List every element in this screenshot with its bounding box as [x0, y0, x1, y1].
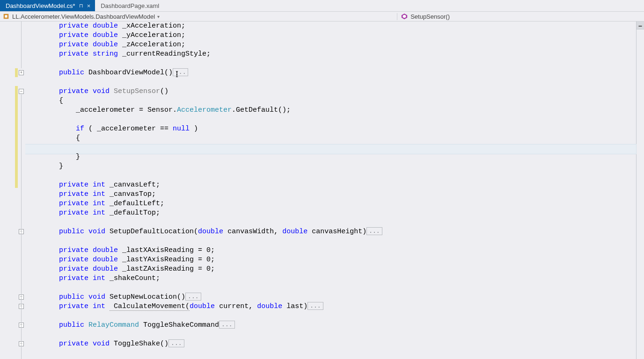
- t: {: [59, 97, 63, 105]
- t: .GetDefault();: [232, 106, 291, 114]
- outline-guide: [21, 164, 22, 359]
- nav-class-dropdown[interactable]: LL.Accelerometer.ViewModels.DashboardVie…: [3, 13, 397, 20]
- collapsed-region[interactable]: ...: [219, 321, 234, 329]
- pin-icon[interactable]: ⊓: [79, 3, 83, 9]
- t: private: [59, 209, 88, 217]
- t: void: [88, 228, 105, 236]
- svg-rect-1: [5, 15, 7, 17]
- t: double: [93, 246, 118, 254]
- t: int: [93, 181, 105, 189]
- t: ToggleShake(): [110, 340, 168, 348]
- t: private: [59, 87, 88, 95]
- t: private: [59, 190, 88, 198]
- t: private: [59, 302, 88, 310]
- class-icon: [3, 13, 9, 20]
- code-text[interactable]: private double _xAcceleration; private d…: [25, 22, 636, 359]
- editor-nav-bar: LL.Accelerometer.ViewModels.DashboardVie…: [0, 11, 644, 22]
- outline-guide: [21, 22, 22, 68]
- t: _lastXAxisReading = 0;: [118, 246, 215, 254]
- nav-class-label: LL.Accelerometer.ViewModels.DashboardVie…: [12, 13, 155, 20]
- t: private: [59, 181, 88, 189]
- t: public: [59, 228, 84, 236]
- t: null: [173, 125, 190, 133]
- t: private: [59, 256, 88, 264]
- t: (): [160, 87, 168, 95]
- tab-inactive-label: DashboardPage.xaml: [101, 2, 159, 9]
- outline-guide: [21, 94, 22, 164]
- t: int: [93, 209, 105, 217]
- nav-member-dropdown[interactable]: SetupSensor(): [397, 13, 644, 20]
- method-icon: [401, 13, 408, 20]
- t: _accelerometer = Sensor.: [59, 106, 177, 114]
- nav-member-label: SetupSensor(): [410, 13, 450, 20]
- split-view-button[interactable]: ▬: [636, 22, 644, 29]
- t: private: [59, 265, 88, 273]
- t: _defaultTop;: [105, 209, 160, 217]
- fold-toggle-icon[interactable]: [19, 89, 24, 94]
- editor-tabstrip: DashboardViewModel.cs* ⊓ × DashboardPage…: [0, 0, 644, 11]
- t: _lastZAxisReading = 0;: [118, 265, 215, 273]
- t: }: [59, 162, 63, 170]
- t: Accelerometer: [177, 106, 232, 114]
- t: int: [93, 200, 105, 208]
- t: public: [59, 293, 84, 301]
- t: SetupNewLocation(): [105, 293, 185, 301]
- t: double: [93, 22, 118, 30]
- t: _defaultLeft;: [105, 200, 164, 208]
- tab-active-label: DashboardViewModel.cs*: [6, 2, 75, 9]
- t: _shakeCount;: [105, 274, 160, 282]
- t: last): [282, 302, 307, 310]
- tab-active-file[interactable]: DashboardViewModel.cs* ⊓ ×: [0, 0, 95, 11]
- t: private: [59, 246, 88, 254]
- t: int: [93, 302, 105, 310]
- t: {: [76, 134, 80, 142]
- collapsed-region[interactable]: ...: [307, 302, 323, 310]
- fold-toggle-icon[interactable]: [19, 70, 24, 75]
- modified-marker: [15, 86, 18, 188]
- t: void: [88, 293, 105, 301]
- t: if: [76, 125, 84, 133]
- t: double: [93, 265, 118, 273]
- t: private: [59, 274, 88, 282]
- collapsed-region[interactable]: ...: [185, 293, 201, 301]
- editor-gutter: [0, 22, 25, 359]
- t: ): [190, 125, 198, 133]
- t: private: [59, 31, 88, 39]
- t: string: [93, 50, 118, 58]
- t: private: [59, 340, 88, 348]
- t: ToggleShakeCommand: [139, 321, 219, 329]
- modified-marker: [15, 68, 18, 77]
- t: canvasHeight): [307, 228, 366, 236]
- t: _lastYAxisReading = 0;: [118, 256, 215, 264]
- chevron-down-icon[interactable]: ▾: [155, 14, 161, 19]
- t: double: [93, 31, 118, 39]
- t: public: [59, 321, 84, 329]
- t: private: [59, 200, 88, 208]
- t: double: [257, 302, 282, 310]
- t: private: [59, 50, 88, 58]
- t: canvasWidth,: [223, 228, 282, 236]
- t: _canvasTop;: [105, 190, 156, 198]
- t: public: [59, 69, 84, 77]
- t: RelayCommand: [88, 321, 139, 329]
- t: _yAcceleration;: [118, 31, 185, 39]
- vertical-scrollbar[interactable]: [636, 29, 644, 359]
- t: _canvasLeft;: [105, 181, 160, 189]
- t: void: [93, 340, 110, 348]
- collapsed-region[interactable]: ...: [366, 227, 382, 235]
- code-editor[interactable]: ▬ private double _xAcceleration; private…: [0, 22, 644, 359]
- t: int: [93, 190, 105, 198]
- t: SetupDefaultLocation(: [105, 228, 198, 236]
- t: double: [93, 41, 118, 49]
- t: int: [93, 274, 105, 282]
- t: private: [59, 41, 88, 49]
- collapsed-region[interactable]: ...: [168, 339, 184, 347]
- tab-inactive-file[interactable]: DashboardPage.xaml: [95, 0, 164, 11]
- t: ( _accelerometer ==: [84, 125, 173, 133]
- t: double: [93, 256, 118, 264]
- close-icon[interactable]: ×: [87, 2, 91, 9]
- t: _currentReadingStyle;: [118, 50, 211, 58]
- t: _zAcceleration;: [118, 41, 185, 49]
- t: CalculateMovement(: [110, 302, 190, 311]
- collapsed-region[interactable]: ...: [173, 68, 188, 76]
